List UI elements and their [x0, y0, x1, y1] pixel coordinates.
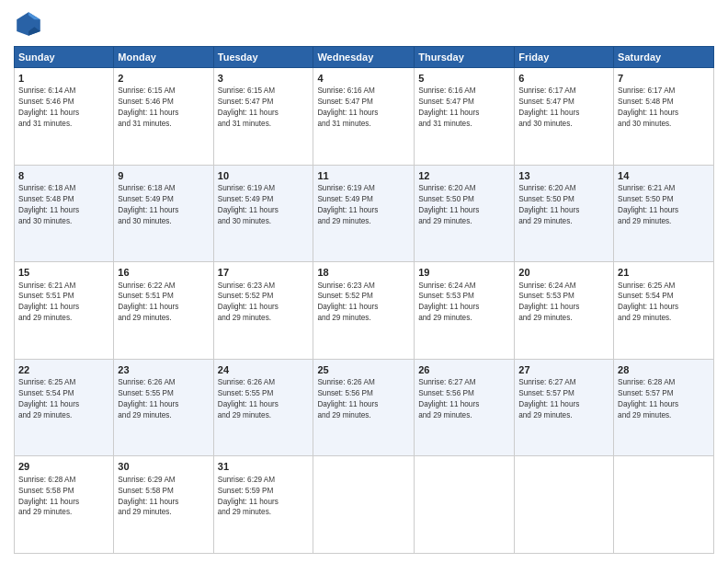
calendar-cell: 23Sunrise: 6:26 AMSunset: 5:55 PMDayligh… — [114, 359, 213, 456]
day-number: 26 — [418, 363, 510, 377]
day-number: 16 — [118, 266, 209, 280]
day-number: 27 — [518, 363, 609, 377]
calendar-cell: 3Sunrise: 6:15 AMSunset: 5:47 PMDaylight… — [213, 68, 313, 166]
day-info: Sunrise: 6:18 AMSunset: 5:48 PMDaylight:… — [18, 183, 109, 227]
day-info: Sunrise: 6:29 AMSunset: 5:59 PMDaylight:… — [218, 475, 310, 519]
calendar-cell: 7Sunrise: 6:17 AMSunset: 5:48 PMDaylight… — [614, 68, 714, 166]
day-info: Sunrise: 6:26 AMSunset: 5:55 PMDaylight:… — [118, 377, 209, 421]
day-info: Sunrise: 6:15 AMSunset: 5:46 PMDaylight:… — [118, 86, 209, 130]
day-info: Sunrise: 6:21 AMSunset: 5:50 PMDaylight:… — [618, 183, 710, 227]
weekday-header-tuesday: Tuesday — [213, 47, 313, 68]
calendar-cell: 25Sunrise: 6:26 AMSunset: 5:56 PMDayligh… — [313, 359, 415, 456]
calendar-cell: 4Sunrise: 6:16 AMSunset: 5:47 PMDaylight… — [313, 68, 415, 166]
calendar-cell: 27Sunrise: 6:27 AMSunset: 5:57 PMDayligh… — [515, 359, 614, 456]
weekday-header-sunday: Sunday — [15, 47, 114, 68]
day-number: 19 — [418, 266, 510, 280]
calendar-cell: 15Sunrise: 6:21 AMSunset: 5:51 PMDayligh… — [15, 262, 114, 360]
calendar-cell: 5Sunrise: 6:16 AMSunset: 5:47 PMDaylight… — [415, 68, 515, 166]
day-number: 20 — [518, 266, 609, 280]
day-info: Sunrise: 6:29 AMSunset: 5:58 PMDaylight:… — [118, 475, 209, 519]
day-info: Sunrise: 6:14 AMSunset: 5:46 PMDaylight:… — [18, 86, 109, 130]
day-info: Sunrise: 6:18 AMSunset: 5:49 PMDaylight:… — [118, 183, 209, 227]
weekday-header-monday: Monday — [114, 47, 213, 68]
weekday-header-thursday: Thursday — [415, 47, 515, 68]
day-info: Sunrise: 6:15 AMSunset: 5:47 PMDaylight:… — [218, 86, 310, 130]
day-number: 24 — [218, 363, 310, 377]
day-info: Sunrise: 6:27 AMSunset: 5:56 PMDaylight:… — [418, 377, 510, 421]
day-number: 25 — [317, 363, 410, 377]
calendar-cell: 31Sunrise: 6:29 AMSunset: 5:59 PMDayligh… — [213, 456, 313, 554]
day-info: Sunrise: 6:16 AMSunset: 5:47 PMDaylight:… — [317, 86, 410, 130]
calendar-week-row: 22Sunrise: 6:25 AMSunset: 5:54 PMDayligh… — [15, 359, 714, 456]
calendar-cell: 9Sunrise: 6:18 AMSunset: 5:49 PMDaylight… — [114, 165, 213, 262]
calendar-cell: 20Sunrise: 6:24 AMSunset: 5:53 PMDayligh… — [515, 262, 614, 360]
calendar-header: SundayMondayTuesdayWednesdayThursdayFrid… — [15, 47, 714, 68]
day-number: 8 — [18, 169, 109, 183]
day-info: Sunrise: 6:20 AMSunset: 5:50 PMDaylight:… — [518, 183, 609, 227]
calendar-cell: 21Sunrise: 6:25 AMSunset: 5:54 PMDayligh… — [614, 262, 714, 360]
calendar-cell: 18Sunrise: 6:23 AMSunset: 5:52 PMDayligh… — [313, 262, 415, 360]
page: SundayMondayTuesdayWednesdayThursdayFrid… — [0, 0, 728, 563]
day-number: 4 — [317, 72, 410, 86]
calendar-body: 1Sunrise: 6:14 AMSunset: 5:46 PMDaylight… — [15, 68, 714, 554]
weekday-header-row: SundayMondayTuesdayWednesdayThursdayFrid… — [15, 47, 714, 68]
day-info: Sunrise: 6:25 AMSunset: 5:54 PMDaylight:… — [618, 281, 710, 325]
calendar-cell: 6Sunrise: 6:17 AMSunset: 5:47 PMDaylight… — [515, 68, 614, 166]
calendar-cell — [515, 456, 614, 554]
day-info: Sunrise: 6:28 AMSunset: 5:57 PMDaylight:… — [618, 377, 710, 421]
calendar-week-row: 29Sunrise: 6:28 AMSunset: 5:58 PMDayligh… — [15, 456, 714, 554]
day-number: 1 — [18, 72, 109, 86]
day-number: 7 — [618, 72, 710, 86]
day-info: Sunrise: 6:26 AMSunset: 5:56 PMDaylight:… — [317, 377, 410, 421]
calendar-cell — [415, 456, 515, 554]
day-number: 31 — [218, 460, 310, 474]
day-number: 3 — [218, 72, 310, 86]
day-number: 6 — [518, 72, 609, 86]
day-number: 30 — [118, 460, 209, 474]
calendar-cell — [313, 456, 415, 554]
day-info: Sunrise: 6:17 AMSunset: 5:48 PMDaylight:… — [618, 86, 710, 130]
day-info: Sunrise: 6:28 AMSunset: 5:58 PMDaylight:… — [18, 475, 109, 519]
day-info: Sunrise: 6:26 AMSunset: 5:55 PMDaylight:… — [218, 377, 310, 421]
day-info: Sunrise: 6:22 AMSunset: 5:51 PMDaylight:… — [118, 281, 209, 325]
day-info: Sunrise: 6:23 AMSunset: 5:52 PMDaylight:… — [218, 281, 310, 325]
logo-icon — [14, 9, 43, 39]
day-info: Sunrise: 6:21 AMSunset: 5:51 PMDaylight:… — [18, 281, 109, 325]
day-info: Sunrise: 6:24 AMSunset: 5:53 PMDaylight:… — [418, 281, 510, 325]
calendar-cell: 12Sunrise: 6:20 AMSunset: 5:50 PMDayligh… — [415, 165, 515, 262]
day-info: Sunrise: 6:19 AMSunset: 5:49 PMDaylight:… — [218, 183, 310, 227]
calendar-cell: 1Sunrise: 6:14 AMSunset: 5:46 PMDaylight… — [15, 68, 114, 166]
day-number: 12 — [418, 169, 510, 183]
day-info: Sunrise: 6:19 AMSunset: 5:49 PMDaylight:… — [317, 183, 410, 227]
calendar-cell: 30Sunrise: 6:29 AMSunset: 5:58 PMDayligh… — [114, 456, 213, 554]
calendar-cell: 29Sunrise: 6:28 AMSunset: 5:58 PMDayligh… — [15, 456, 114, 554]
day-number: 11 — [317, 169, 410, 183]
day-number: 5 — [418, 72, 510, 86]
calendar-cell: 10Sunrise: 6:19 AMSunset: 5:49 PMDayligh… — [213, 165, 313, 262]
day-number: 23 — [118, 363, 209, 377]
day-number: 17 — [218, 266, 310, 280]
day-info: Sunrise: 6:23 AMSunset: 5:52 PMDaylight:… — [317, 281, 410, 325]
calendar-week-row: 8Sunrise: 6:18 AMSunset: 5:48 PMDaylight… — [15, 165, 714, 262]
day-info: Sunrise: 6:16 AMSunset: 5:47 PMDaylight:… — [418, 86, 510, 130]
day-number: 2 — [118, 72, 209, 86]
calendar-cell: 13Sunrise: 6:20 AMSunset: 5:50 PMDayligh… — [515, 165, 614, 262]
calendar-week-row: 15Sunrise: 6:21 AMSunset: 5:51 PMDayligh… — [15, 262, 714, 360]
day-info: Sunrise: 6:24 AMSunset: 5:53 PMDaylight:… — [518, 281, 609, 325]
calendar-table: SundayMondayTuesdayWednesdayThursdayFrid… — [14, 46, 714, 554]
day-number: 15 — [18, 266, 109, 280]
calendar-cell — [614, 456, 714, 554]
day-number: 10 — [218, 169, 310, 183]
day-number: 9 — [118, 169, 209, 183]
calendar-cell: 14Sunrise: 6:21 AMSunset: 5:50 PMDayligh… — [614, 165, 714, 262]
day-info: Sunrise: 6:27 AMSunset: 5:57 PMDaylight:… — [518, 377, 609, 421]
calendar-cell: 19Sunrise: 6:24 AMSunset: 5:53 PMDayligh… — [415, 262, 515, 360]
calendar-cell: 8Sunrise: 6:18 AMSunset: 5:48 PMDaylight… — [15, 165, 114, 262]
weekday-header-friday: Friday — [515, 47, 614, 68]
calendar-cell: 22Sunrise: 6:25 AMSunset: 5:54 PMDayligh… — [15, 359, 114, 456]
calendar-cell: 2Sunrise: 6:15 AMSunset: 5:46 PMDaylight… — [114, 68, 213, 166]
calendar-cell: 24Sunrise: 6:26 AMSunset: 5:55 PMDayligh… — [213, 359, 313, 456]
day-info: Sunrise: 6:25 AMSunset: 5:54 PMDaylight:… — [18, 377, 109, 421]
calendar-cell: 26Sunrise: 6:27 AMSunset: 5:56 PMDayligh… — [415, 359, 515, 456]
day-number: 29 — [18, 460, 109, 474]
